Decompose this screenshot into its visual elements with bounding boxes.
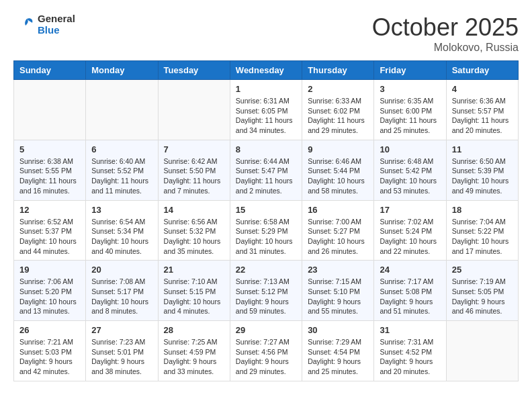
day-number: 24: [380, 265, 440, 275]
day-number: 11: [452, 144, 513, 154]
calendar-cell: 13Sunrise: 6:54 AM Sunset: 5:34 PM Dayli…: [86, 200, 158, 261]
day-number: 29: [236, 325, 296, 335]
calendar-cell: 24Sunrise: 7:17 AM Sunset: 5:08 PM Dayli…: [374, 261, 446, 321]
calendar-cell: 28Sunrise: 7:25 AM Sunset: 4:59 PM Dayli…: [158, 321, 230, 381]
day-number: 15: [236, 205, 296, 215]
day-info: Sunrise: 7:13 AM Sunset: 5:12 PM Dayligh…: [236, 277, 296, 316]
day-number: 22: [236, 265, 296, 275]
calendar-week-row: 1Sunrise: 6:31 AM Sunset: 6:05 PM Daylig…: [14, 80, 519, 140]
calendar-week-row: 12Sunrise: 6:52 AM Sunset: 5:37 PM Dayli…: [14, 200, 519, 261]
day-info: Sunrise: 6:31 AM Sunset: 6:05 PM Dayligh…: [236, 96, 296, 136]
day-info: Sunrise: 7:27 AM Sunset: 4:56 PM Dayligh…: [236, 337, 296, 377]
calendar-cell: 22Sunrise: 7:13 AM Sunset: 5:12 PM Dayli…: [230, 261, 302, 321]
calendar-cell: 27Sunrise: 7:23 AM Sunset: 5:01 PM Dayli…: [86, 321, 158, 381]
day-number: 1: [236, 84, 296, 94]
calendar-cell: 5Sunrise: 6:38 AM Sunset: 5:55 PM Daylig…: [14, 140, 86, 200]
calendar-cell: 19Sunrise: 7:06 AM Sunset: 5:20 PM Dayli…: [14, 261, 86, 321]
logo-bird-icon: [13, 17, 35, 32]
calendar-table: SundayMondayTuesdayWednesdayThursdayFrid…: [13, 60, 519, 381]
weekday-header-row: SundayMondayTuesdayWednesdayThursdayFrid…: [14, 61, 519, 80]
weekday-header-sunday: Sunday: [14, 61, 86, 80]
calendar-cell: 11Sunrise: 6:50 AM Sunset: 5:39 PM Dayli…: [446, 140, 518, 200]
day-number: 7: [164, 144, 224, 154]
day-info: Sunrise: 6:33 AM Sunset: 6:02 PM Dayligh…: [308, 96, 368, 136]
day-info: Sunrise: 6:48 AM Sunset: 5:42 PM Dayligh…: [380, 156, 440, 196]
day-number: 9: [308, 144, 368, 154]
calendar-week-row: 26Sunrise: 7:21 AM Sunset: 5:03 PM Dayli…: [14, 321, 519, 381]
day-info: Sunrise: 7:15 AM Sunset: 5:10 PM Dayligh…: [308, 277, 368, 316]
day-number: 21: [164, 265, 224, 275]
calendar-cell: 8Sunrise: 6:44 AM Sunset: 5:47 PM Daylig…: [230, 140, 302, 200]
day-number: 20: [91, 265, 152, 275]
day-number: 8: [236, 144, 296, 154]
logo-text-block: General Blue: [13, 13, 75, 36]
calendar-cell: 26Sunrise: 7:21 AM Sunset: 5:03 PM Dayli…: [14, 321, 86, 381]
day-info: Sunrise: 6:42 AM Sunset: 5:50 PM Dayligh…: [164, 156, 224, 196]
day-info: Sunrise: 6:52 AM Sunset: 5:37 PM Dayligh…: [19, 217, 80, 257]
calendar-cell: 12Sunrise: 6:52 AM Sunset: 5:37 PM Dayli…: [14, 200, 86, 261]
day-info: Sunrise: 6:58 AM Sunset: 5:29 PM Dayligh…: [236, 217, 296, 257]
day-info: Sunrise: 7:25 AM Sunset: 4:59 PM Dayligh…: [164, 337, 224, 377]
day-number: 2: [308, 84, 368, 94]
weekday-header-thursday: Thursday: [302, 61, 374, 80]
day-number: 23: [308, 265, 368, 275]
calendar-week-row: 5Sunrise: 6:38 AM Sunset: 5:55 PM Daylig…: [14, 140, 519, 200]
calendar-cell: [446, 321, 518, 381]
location: Molokovo, Russia: [372, 42, 519, 54]
calendar-cell: 17Sunrise: 7:02 AM Sunset: 5:24 PM Dayli…: [374, 200, 446, 261]
day-number: 13: [91, 205, 152, 215]
calendar-cell: 31Sunrise: 7:31 AM Sunset: 4:52 PM Dayli…: [374, 321, 446, 381]
calendar-week-row: 19Sunrise: 7:06 AM Sunset: 5:20 PM Dayli…: [14, 261, 519, 321]
day-info: Sunrise: 7:04 AM Sunset: 5:22 PM Dayligh…: [452, 217, 513, 257]
day-info: Sunrise: 7:00 AM Sunset: 5:27 PM Dayligh…: [308, 217, 368, 257]
day-info: Sunrise: 6:36 AM Sunset: 5:57 PM Dayligh…: [452, 96, 513, 136]
day-info: Sunrise: 7:10 AM Sunset: 5:15 PM Dayligh…: [164, 277, 224, 316]
day-number: 10: [380, 144, 440, 154]
calendar-cell: 14Sunrise: 6:56 AM Sunset: 5:32 PM Dayli…: [158, 200, 230, 261]
day-number: 3: [380, 84, 440, 94]
weekday-header-friday: Friday: [374, 61, 446, 80]
calendar-cell: 18Sunrise: 7:04 AM Sunset: 5:22 PM Dayli…: [446, 200, 518, 261]
day-info: Sunrise: 6:50 AM Sunset: 5:39 PM Dayligh…: [452, 156, 513, 196]
day-info: Sunrise: 7:31 AM Sunset: 4:52 PM Dayligh…: [380, 337, 440, 377]
day-number: 5: [19, 144, 80, 154]
month-title: October 2025: [372, 13, 519, 42]
calendar-cell: 10Sunrise: 6:48 AM Sunset: 5:42 PM Dayli…: [374, 140, 446, 200]
calendar-cell: [86, 80, 158, 140]
day-number: 12: [19, 205, 80, 215]
day-info: Sunrise: 6:54 AM Sunset: 5:34 PM Dayligh…: [91, 217, 152, 257]
weekday-header-wednesday: Wednesday: [230, 61, 302, 80]
day-info: Sunrise: 6:35 AM Sunset: 6:00 PM Dayligh…: [380, 96, 440, 136]
day-info: Sunrise: 6:46 AM Sunset: 5:44 PM Dayligh…: [308, 156, 368, 196]
day-info: Sunrise: 7:19 AM Sunset: 5:05 PM Dayligh…: [452, 277, 513, 316]
day-info: Sunrise: 7:17 AM Sunset: 5:08 PM Dayligh…: [380, 277, 440, 316]
logo: General Blue: [13, 13, 75, 36]
day-info: Sunrise: 7:23 AM Sunset: 5:01 PM Dayligh…: [91, 337, 152, 377]
calendar-cell: 6Sunrise: 6:40 AM Sunset: 5:52 PM Daylig…: [86, 140, 158, 200]
page-header: General Blue October 2025 Molokovo, Russ…: [13, 13, 519, 54]
day-number: 31: [380, 325, 440, 335]
calendar-cell: [14, 80, 86, 140]
calendar-cell: 30Sunrise: 7:29 AM Sunset: 4:54 PM Dayli…: [302, 321, 374, 381]
day-info: Sunrise: 6:44 AM Sunset: 5:47 PM Dayligh…: [236, 156, 296, 196]
calendar-cell: 20Sunrise: 7:08 AM Sunset: 5:17 PM Dayli…: [86, 261, 158, 321]
calendar-cell: 15Sunrise: 6:58 AM Sunset: 5:29 PM Dayli…: [230, 200, 302, 261]
weekday-header-saturday: Saturday: [446, 61, 518, 80]
logo-blue: Blue: [38, 25, 75, 36]
weekday-header-tuesday: Tuesday: [158, 61, 230, 80]
day-number: 19: [19, 265, 80, 275]
calendar-cell: 4Sunrise: 6:36 AM Sunset: 5:57 PM Daylig…: [446, 80, 518, 140]
day-info: Sunrise: 7:21 AM Sunset: 5:03 PM Dayligh…: [19, 337, 80, 377]
title-block: October 2025 Molokovo, Russia: [372, 13, 519, 54]
day-number: 17: [380, 205, 440, 215]
calendar-cell: 23Sunrise: 7:15 AM Sunset: 5:10 PM Dayli…: [302, 261, 374, 321]
calendar-cell: 21Sunrise: 7:10 AM Sunset: 5:15 PM Dayli…: [158, 261, 230, 321]
day-info: Sunrise: 7:02 AM Sunset: 5:24 PM Dayligh…: [380, 217, 440, 257]
day-number: 14: [164, 205, 224, 215]
day-number: 16: [308, 205, 368, 215]
calendar-cell: 16Sunrise: 7:00 AM Sunset: 5:27 PM Dayli…: [302, 200, 374, 261]
calendar-cell: 7Sunrise: 6:42 AM Sunset: 5:50 PM Daylig…: [158, 140, 230, 200]
calendar-cell: 29Sunrise: 7:27 AM Sunset: 4:56 PM Dayli…: [230, 321, 302, 381]
day-number: 28: [164, 325, 224, 335]
day-number: 26: [19, 325, 80, 335]
